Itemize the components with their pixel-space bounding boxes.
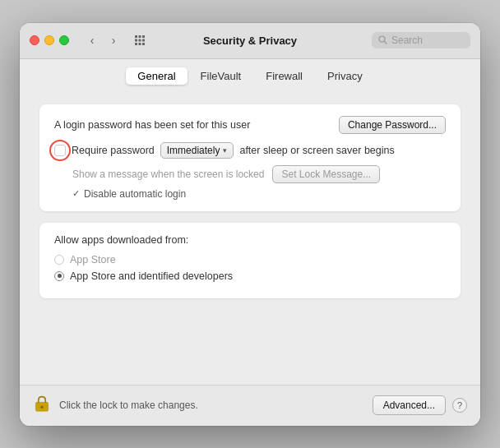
lock-msg-text: Show a message when the screen is locked	[72, 169, 264, 180]
content-area: A login password has been set for this u…	[20, 91, 480, 385]
disable-login-row: ✓ Disable automatic login	[54, 188, 446, 200]
svg-rect-6	[135, 43, 137, 45]
radio-identified-label: App Store and identified developers	[70, 270, 233, 282]
svg-rect-3	[135, 39, 137, 42]
maximize-button[interactable]	[59, 35, 69, 45]
login-section: A login password has been set for this u…	[39, 104, 461, 211]
tab-firewall[interactable]: Firewall	[254, 67, 314, 85]
svg-rect-0	[135, 35, 137, 38]
lock-message-row: Show a message when the screen is locked…	[54, 165, 446, 183]
require-password-checkbox-wrapper	[54, 145, 66, 156]
svg-rect-2	[142, 35, 145, 38]
login-text: A login password has been set for this u…	[54, 119, 250, 131]
search-bar[interactable]: Search	[372, 32, 470, 48]
lock-text: Click the lock to make changes.	[59, 400, 198, 411]
svg-rect-7	[139, 43, 141, 45]
require-label: Require password	[72, 145, 155, 156]
disable-login-text: Disable automatic login	[84, 188, 186, 200]
tab-filevault[interactable]: FileVault	[189, 67, 253, 85]
minimize-button[interactable]	[44, 35, 54, 45]
search-icon	[378, 35, 387, 46]
radio-app-store-label: App Store	[70, 254, 116, 266]
tab-privacy[interactable]: Privacy	[316, 67, 374, 85]
back-button[interactable]: ‹	[82, 30, 102, 50]
dropdown-value: Immediately	[167, 145, 220, 156]
svg-point-12	[40, 406, 43, 409]
search-placeholder: Search	[391, 35, 423, 46]
bottom-right: Advanced... ?	[373, 395, 467, 415]
svg-point-9	[379, 36, 385, 42]
grid-button[interactable]	[130, 30, 150, 50]
lock-icon[interactable]	[33, 395, 51, 416]
radio-identified[interactable]	[54, 271, 64, 281]
titlebar: ‹ › Security & Privacy	[20, 23, 480, 59]
advanced-button[interactable]: Advanced...	[373, 395, 446, 415]
radio-identified-row[interactable]: App Store and identified developers	[54, 270, 446, 282]
nav-buttons: ‹ ›	[82, 30, 123, 50]
allow-apps-section: Allow apps downloaded from: App Store Ap…	[39, 223, 461, 298]
svg-rect-5	[142, 39, 145, 42]
close-button[interactable]	[30, 35, 39, 45]
svg-rect-1	[139, 35, 141, 38]
dropdown-arrow-icon: ▾	[223, 146, 227, 155]
after-sleep-text: after sleep or screen saver begins	[239, 145, 394, 156]
bottom-bar: Click the lock to make changes. Advanced…	[20, 385, 480, 426]
svg-rect-4	[139, 39, 141, 42]
immediately-dropdown[interactable]: Immediately ▾	[160, 142, 234, 159]
tab-general[interactable]: General	[126, 67, 187, 85]
traffic-lights	[30, 35, 69, 45]
tabs-bar: General FileVault Firewall Privacy	[20, 59, 480, 91]
radio-app-store-row[interactable]: App Store	[54, 254, 446, 266]
help-button[interactable]: ?	[452, 398, 467, 413]
radio-app-store[interactable]	[54, 255, 64, 265]
checkmark-icon: ✓	[72, 188, 80, 199]
change-password-button[interactable]: Change Password...	[339, 116, 446, 134]
window-title: Security & Privacy	[203, 35, 297, 47]
login-row: A login password has been set for this u…	[54, 116, 446, 134]
forward-button[interactable]: ›	[104, 30, 123, 50]
set-lock-message-button[interactable]: Set Lock Message...	[272, 165, 380, 183]
allow-apps-title: Allow apps downloaded from:	[54, 234, 446, 246]
svg-rect-8	[142, 43, 145, 45]
require-password-checkbox[interactable]	[54, 145, 66, 156]
svg-line-10	[385, 41, 387, 44]
require-row: Require password Immediately ▾ after sle…	[54, 142, 446, 159]
main-window: ‹ › Security & Privacy	[20, 23, 480, 426]
